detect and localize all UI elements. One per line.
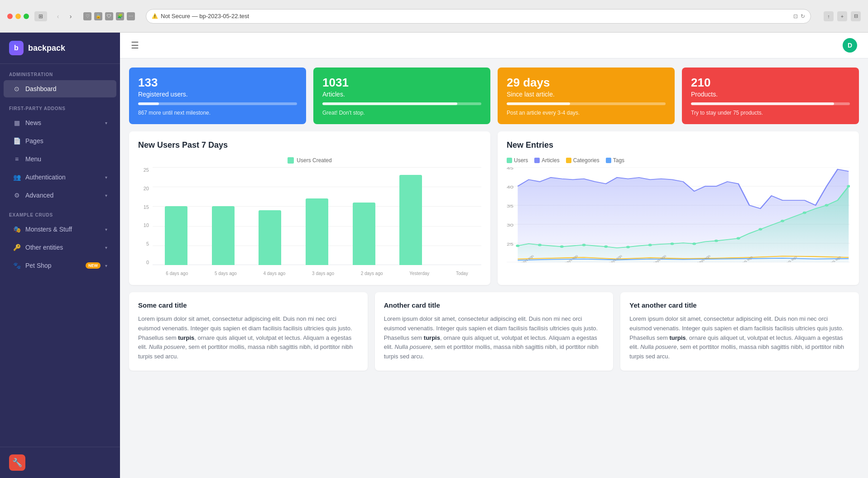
stat-note: Post an article every 3-4 days. — [507, 110, 666, 116]
sidebar-item-pet-shop[interactable]: 🐾 Pet Shop New ▾ — [4, 257, 116, 274]
chevron-down-icon: ▾ — [105, 263, 107, 268]
chevron-down-icon: ▾ — [105, 175, 107, 180]
info-card-3: Yet another card title Lorem ipsum dolor… — [620, 292, 859, 371]
stat-card-products: 210 Products. Try to stay under 75 produ… — [682, 68, 859, 124]
menu-nav-icon: ≡ — [13, 155, 21, 163]
sidebar-item-label: Dashboard — [25, 85, 107, 92]
svg-text:35: 35 — [507, 204, 513, 208]
legend-item-tags: Tags — [606, 157, 624, 164]
chevron-down-icon: ▾ — [105, 245, 107, 250]
users-dot — [737, 237, 740, 239]
legend-label-tags: Tags — [613, 157, 624, 164]
y-label: 5 — [146, 241, 149, 246]
stat-progress-fill — [507, 102, 570, 105]
back-button[interactable]: ‹ — [53, 11, 63, 22]
logo-icon: b — [9, 41, 24, 55]
sidebar-icon[interactable]: ⊟ — [851, 11, 861, 21]
bar-chart-title: New Users Past 7 Days — [138, 140, 481, 150]
dot-red — [7, 14, 13, 19]
info-cards-row: Some card title Lorem ipsum dolor sit am… — [120, 292, 868, 380]
new-tab-icon[interactable]: + — [837, 11, 847, 21]
line-chart-legend: Users Articles Categories Tags — [507, 157, 850, 164]
chevron-down-icon: ▾ — [105, 193, 107, 198]
x-label: 2 days ago — [361, 271, 383, 276]
stat-progress — [322, 102, 481, 105]
stat-card-days: 29 days Since last article. Post an arti… — [498, 68, 675, 124]
main-header: ☰ D — [120, 33, 868, 58]
svg-text:25: 25 — [507, 242, 513, 246]
hamburger-icon[interactable]: ☰ — [131, 40, 139, 51]
sidebar-item-other-entities[interactable]: 🔑 Other entities ▾ — [4, 239, 116, 256]
pages-icon: 📄 — [13, 137, 21, 145]
legend-label-users: Users — [514, 157, 528, 164]
x-label: Yesterday — [409, 271, 429, 276]
pet-shop-label: Pet Shop — [25, 262, 81, 269]
bar — [165, 206, 187, 265]
address-bar[interactable]: ⚠️ Not Secure — bp-2023-05-22.test ⊡ ↻ — [146, 9, 811, 24]
stat-number: 29 days — [507, 76, 666, 90]
browser-chrome: ⊞ ‹ › ♡ 🔒 🛡 🧩 ⋯ ⚠️ Not Secure — bp-2023-… — [0, 0, 868, 33]
sidebar-item-monsters[interactable]: 🎭 Monsters & Stuff ▾ — [4, 221, 116, 238]
users-dot — [516, 245, 519, 247]
lock-icon: 🔒 — [94, 12, 102, 20]
bar-legend-label: Users Created — [297, 157, 331, 164]
news-label: News — [25, 119, 101, 126]
users-dot — [582, 244, 585, 246]
section-label-addons: FIRST-PARTY ADDONS — [0, 98, 120, 114]
x-label: 4 days ago — [263, 271, 285, 276]
info-card-title: Some card title — [138, 301, 359, 309]
window-icon-btn[interactable]: ⊞ — [34, 11, 47, 21]
chevron-down-icon: ▾ — [105, 121, 107, 126]
other-entities-icon: 🔑 — [13, 243, 21, 251]
stat-progress-fill — [138, 102, 159, 105]
svg-text:30: 30 — [507, 223, 513, 227]
bar-chart-x-labels: 6 days ago 5 days ago 4 days ago 3 days … — [153, 271, 481, 276]
forward-button[interactable]: › — [65, 11, 76, 22]
sidebar-item-menu[interactable]: ≡ Menu — [4, 150, 116, 168]
stat-progress — [138, 102, 297, 105]
share-icon[interactable]: ↑ — [824, 11, 834, 21]
svg-text:40: 40 — [507, 185, 513, 189]
charts-row: New Users Past 7 Days Users Created 25 2… — [120, 131, 868, 292]
legend-color-categories — [566, 158, 571, 163]
users-dot — [626, 246, 630, 248]
cast-icon: ⊡ — [793, 13, 798, 19]
bar-legend-color — [288, 157, 294, 164]
sidebar-item-dashboard[interactable]: ⊙ Dashboard — [4, 80, 116, 97]
bar-group — [165, 167, 187, 265]
authentication-label: Authentication — [25, 174, 101, 181]
sidebar-item-authentication[interactable]: 👥 Authentication ▾ — [4, 169, 116, 186]
sidebar-item-advanced[interactable]: ⚙ Advanced ▾ — [4, 187, 116, 204]
pet-shop-icon: 🐾 — [13, 261, 21, 270]
info-card-title: Another card title — [384, 301, 604, 309]
stat-note: 867 more until next milestone. — [138, 110, 297, 116]
stat-note: Great! Don't stop. — [322, 110, 481, 116]
menu-label: Menu — [25, 155, 107, 163]
svg-text:45: 45 — [507, 167, 513, 170]
stat-progress — [691, 102, 850, 105]
stat-progress — [507, 102, 666, 105]
users-dot — [670, 242, 674, 245]
monsters-label: Monsters & Stuff — [25, 226, 101, 233]
users-dot — [781, 220, 784, 222]
bar-group — [259, 167, 281, 265]
reload-icon[interactable]: ↻ — [801, 13, 805, 19]
user-avatar[interactable]: D — [843, 38, 857, 53]
bar-chart-legend: Users Created — [138, 157, 481, 164]
bar-group — [212, 167, 235, 265]
sidebar-item-pages[interactable]: 📄 Pages — [4, 132, 116, 150]
authentication-icon: 👥 — [13, 173, 21, 181]
info-card-text: Lorem ipsum dolor sit amet, consectetur … — [138, 314, 359, 362]
bar — [259, 210, 281, 265]
news-icon: ▦ — [13, 119, 21, 127]
advanced-label: Advanced — [25, 192, 101, 199]
sidebar-footer: 🔧 — [0, 447, 120, 478]
new-badge: New — [86, 262, 101, 269]
sidebar-item-news[interactable]: ▦ News ▾ — [4, 114, 116, 131]
browser-right-icons: ↑ + ⊟ — [824, 11, 861, 21]
line-chart-svg: 45 40 35 30 25 — [507, 167, 850, 262]
sidebar: b backpack ADMINISTRATION ⊙ Dashboard FI… — [0, 33, 120, 478]
users-dot — [758, 228, 762, 230]
bookmark-icon: ♡ — [83, 12, 91, 20]
chevron-down-icon: ▾ — [105, 227, 107, 232]
